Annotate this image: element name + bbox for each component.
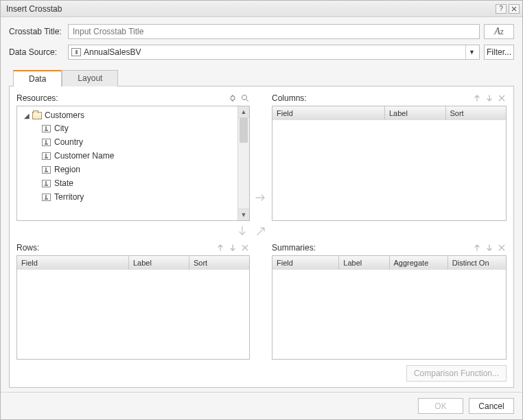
data-source-dropdown[interactable]: AnnualSalesBV ▼ <box>68 45 480 60</box>
scroll-up-icon[interactable]: ▲ <box>238 106 249 118</box>
columns-table[interactable]: Field Label Sort <box>272 106 507 221</box>
remove-icon[interactable] <box>497 93 507 103</box>
tab-data[interactable]: Data <box>13 70 62 86</box>
crosstab-title-label: Crosstab Title: <box>9 27 68 36</box>
tree-leaf[interactable]: Territory <box>42 190 245 204</box>
tree-leaf[interactable]: Country <box>42 135 245 149</box>
col-label[interactable]: Label <box>385 106 446 120</box>
col-field[interactable]: Field <box>272 106 385 120</box>
col-aggregate[interactable]: Aggregate <box>390 256 448 270</box>
scrollbar[interactable]: ▲ ▼ <box>237 106 249 220</box>
move-down-icon[interactable] <box>228 243 237 253</box>
sort-updown-icon[interactable] <box>228 93 237 103</box>
tab-layout[interactable]: Layout <box>62 70 118 86</box>
move-up-icon[interactable] <box>472 243 482 253</box>
tree-leaf[interactable]: Region <box>42 163 245 176</box>
crosstab-title-input[interactable] <box>68 24 480 39</box>
summaries-label: Summaries: <box>272 243 316 253</box>
font-style-button[interactable]: Az <box>484 24 514 39</box>
scroll-down-icon[interactable]: ▼ <box>238 209 249 220</box>
ok-button[interactable]: OK <box>418 398 463 414</box>
col-distinct[interactable]: Distinct On <box>448 256 506 270</box>
remove-icon[interactable] <box>497 243 507 253</box>
col-sort[interactable]: Sort <box>446 106 507 120</box>
resources-label: Resources: <box>16 93 58 103</box>
move-diagonal-button[interactable] <box>253 224 268 239</box>
titlebar: Insert Crosstab ? <box>1 1 522 17</box>
data-source-value: AnnualSalesBV <box>84 47 465 57</box>
col-field[interactable]: Field <box>272 256 339 270</box>
move-up-icon[interactable] <box>216 243 225 253</box>
tree-leaf[interactable]: Customer Name <box>42 149 245 163</box>
field-icon <box>42 139 51 146</box>
datasource-icon <box>71 48 81 56</box>
remove-icon[interactable] <box>240 243 250 253</box>
move-right-button[interactable] <box>253 190 268 205</box>
move-down-icon[interactable] <box>485 243 494 253</box>
col-field[interactable]: Field <box>17 256 129 270</box>
data-source-label: Data Source: <box>9 47 68 57</box>
scroll-thumb[interactable] <box>240 118 248 143</box>
move-down-to-rows-button[interactable] <box>235 224 250 239</box>
field-icon <box>42 125 51 132</box>
dialog-title: Insert Crosstab <box>6 4 62 14</box>
resources-tree[interactable]: ◢ Customers City <box>16 106 250 221</box>
svg-point-0 <box>242 95 247 100</box>
rows-table[interactable]: Field Label Sort <box>16 255 250 360</box>
chevron-down-icon[interactable]: ▼ <box>465 45 478 59</box>
tree-leaf[interactable]: State <box>42 176 245 190</box>
cancel-button[interactable]: Cancel <box>469 398 514 414</box>
move-down-icon[interactable] <box>485 93 494 103</box>
search-icon[interactable] <box>240 93 250 103</box>
expander-icon[interactable]: ◢ <box>24 112 31 119</box>
rows-label: Rows: <box>16 243 39 253</box>
field-icon <box>42 194 51 201</box>
field-icon <box>42 166 51 174</box>
col-label[interactable]: Label <box>129 256 189 270</box>
move-up-icon[interactable] <box>472 93 482 103</box>
columns-label: Columns: <box>272 93 307 103</box>
summaries-table[interactable]: Field Label Aggregate Distinct On <box>272 255 507 360</box>
filter-button[interactable]: Filter... <box>484 45 514 60</box>
tree-leaf[interactable]: City <box>42 121 245 135</box>
field-icon <box>42 152 51 160</box>
col-label[interactable]: Label <box>339 256 389 270</box>
comparison-function-button[interactable]: Comparison Function... <box>406 365 507 382</box>
folder-icon <box>32 112 42 119</box>
field-icon <box>42 180 51 187</box>
help-button[interactable]: ? <box>496 4 507 14</box>
col-sort[interactable]: Sort <box>189 256 249 270</box>
close-button[interactable] <box>509 4 520 14</box>
tree-root-customers[interactable]: ◢ Customers <box>21 109 245 121</box>
